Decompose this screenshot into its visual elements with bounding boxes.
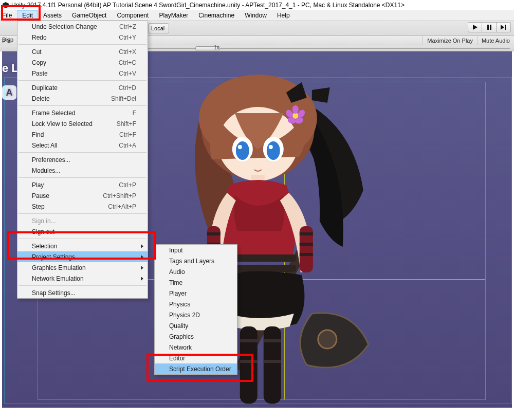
submenu-physics[interactable]: Physics [155, 299, 237, 309]
menuitem-play[interactable]: PlayCtrl+P [17, 179, 148, 190]
svg-rect-32 [300, 243, 313, 246]
menu-gameobject[interactable]: GameObject [67, 10, 112, 20]
menu-cinemachine[interactable]: Cinemachine [193, 10, 240, 20]
menu-window[interactable]: Window [240, 10, 272, 20]
maximize-on-play-toggle[interactable]: Maximize On Play [423, 36, 477, 45]
submenu-input[interactable]: Input [155, 245, 237, 255]
menuitem-delete[interactable]: DeleteShift+Del [17, 93, 148, 104]
svg-rect-3 [490, 25, 491, 30]
svg-rect-35 [264, 326, 281, 404]
menuitem-redo[interactable]: RedoCtrl+Y [17, 32, 148, 43]
svg-marker-1 [473, 25, 478, 30]
menu-bar: File Edit Assets GameObject Component Pl… [0, 10, 514, 21]
menuitem-graphics-emulation[interactable]: Graphics Emulation [17, 262, 148, 273]
menuitem-modules[interactable]: Modules... [17, 165, 148, 176]
chevron-right-icon [141, 277, 143, 281]
edit-menu-dropdown: Undo Selection ChangeCtrl+Z RedoCtrl+Y C… [17, 21, 148, 299]
svg-rect-2 [487, 25, 489, 30]
submenu-graphics[interactable]: Graphics [155, 331, 237, 342]
submenu-time[interactable]: Time [155, 277, 237, 288]
viewport-bottom-border [2, 408, 512, 418]
pivot-local-toggle[interactable]: Local [149, 23, 169, 33]
pause-icon [487, 25, 492, 30]
play-icon [472, 25, 478, 30]
svg-rect-34 [240, 326, 258, 404]
menuitem-snap-settings[interactable]: Snap Settings... [17, 287, 148, 298]
menu-help[interactable]: Help [272, 10, 295, 20]
step-button[interactable] [497, 22, 511, 32]
menuitem-selection[interactable]: Selection [17, 241, 148, 251]
submenu-network[interactable]: Network [155, 342, 237, 353]
svg-rect-38 [240, 360, 258, 363]
title-bar: Unity 2017.4.1f1 Personal (64bit) AP Tut… [0, 0, 514, 10]
pause-button[interactable] [482, 22, 497, 32]
menuitem-sign-out[interactable]: Sign out [17, 226, 148, 237]
menuitem-pause[interactable]: PauseCtrl+Shift+P [17, 190, 148, 201]
menuitem-paste[interactable]: PasteCtrl+V [17, 68, 148, 79]
submenu-quality[interactable]: Quality [155, 320, 237, 331]
svg-rect-36 [240, 339, 258, 342]
menuitem-duplicate[interactable]: DuplicateCtrl+D [17, 82, 148, 93]
display-dropdown[interactable]: Disp [2, 36, 13, 43]
submenu-physics-2d[interactable]: Physics 2D [155, 309, 237, 320]
menuitem-cut[interactable]: CutCtrl+X [17, 46, 148, 57]
submenu-script-execution-order[interactable]: Script Execution Order [155, 363, 237, 374]
svg-point-13 [236, 141, 249, 160]
unity-logo-icon [2, 2, 9, 9]
menu-component[interactable]: Component [112, 10, 154, 20]
menuitem-preferences[interactable]: Preferences... [17, 154, 148, 165]
svg-marker-0 [3, 2, 9, 8]
svg-point-7 [318, 330, 337, 349]
submenu-editor[interactable]: Editor [155, 353, 237, 363]
menuitem-copy[interactable]: CopyCtrl+C [17, 57, 148, 68]
svg-point-14 [267, 141, 280, 160]
menuitem-step[interactable]: StepCtrl+Alt+P [17, 201, 148, 212]
svg-rect-31 [300, 232, 313, 235]
svg-rect-28 [207, 232, 221, 235]
menuitem-sign-in: Sign in... [17, 215, 148, 226]
menuitem-project-settings[interactable]: Project Settings [17, 251, 148, 262]
menuitem-frame-selected[interactable]: Frame SelectedF [17, 107, 148, 118]
svg-point-18 [292, 105, 299, 114]
chevron-right-icon [141, 266, 143, 270]
submenu-player[interactable]: Player [155, 288, 237, 299]
mute-audio-toggle[interactable]: Mute Audio [477, 36, 514, 45]
window-title: Unity 2017.4.1f1 Personal (64bit) AP Tut… [11, 2, 405, 9]
chevron-right-icon [141, 255, 143, 259]
menu-edit[interactable]: Edit [17, 10, 38, 20]
menu-assets[interactable]: Assets [38, 10, 67, 20]
menuitem-find[interactable]: FindCtrl+F [17, 129, 148, 140]
svg-rect-33 [300, 253, 313, 256]
step-icon [501, 25, 507, 30]
menuitem-select-all[interactable]: Select AllCtrl+A [17, 140, 148, 151]
svg-rect-37 [264, 339, 281, 342]
play-button[interactable] [468, 22, 482, 32]
svg-rect-39 [264, 360, 281, 363]
submenu-audio[interactable]: Audio [155, 266, 237, 277]
menu-playmaker[interactable]: PlayMaker [154, 10, 193, 20]
svg-rect-5 [505, 25, 506, 30]
chevron-right-icon [141, 244, 143, 248]
menuitem-undo[interactable]: Undo Selection ChangeCtrl+Z [17, 21, 148, 32]
submenu-tags-and-layers[interactable]: Tags and Layers [155, 255, 237, 266]
scale-value-label: 1x [214, 45, 219, 50]
svg-marker-4 [501, 25, 504, 30]
menuitem-lock-view[interactable]: Lock View to SelectedShift+F [17, 118, 148, 129]
svg-point-16 [269, 145, 273, 149]
menuitem-network-emulation[interactable]: Network Emulation [17, 273, 148, 284]
menu-file[interactable]: File [0, 10, 17, 20]
svg-point-15 [238, 145, 242, 149]
project-settings-submenu: Input Tags and Layers Audio Time Player … [154, 244, 237, 375]
